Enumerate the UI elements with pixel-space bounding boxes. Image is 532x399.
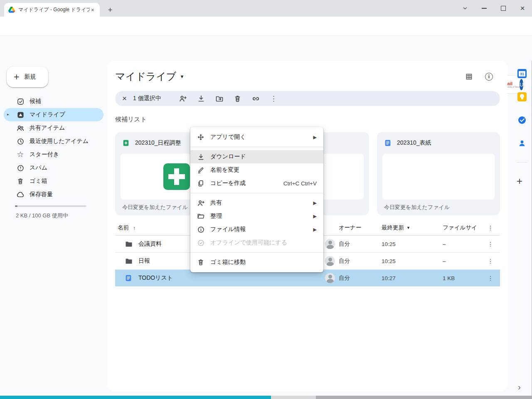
card-thumbnail	[382, 154, 495, 200]
download-icon[interactable]	[192, 94, 210, 103]
shortcut-text: Ctrl+C Ctrl+V	[283, 180, 317, 187]
rail-divider	[517, 162, 527, 163]
window-maximize-button[interactable]	[494, 0, 513, 17]
pencil-icon	[197, 166, 205, 174]
menu-item-offline: オフラインで使用可能にする	[190, 236, 323, 249]
keep-icon[interactable]	[517, 92, 527, 101]
get-link-icon[interactable]	[246, 94, 265, 103]
docs-file-icon	[125, 270, 132, 286]
sidebar-item-starred[interactable]: ☆ スター付き	[4, 148, 103, 161]
column-header-modified[interactable]: 最終更新 ▼	[382, 220, 410, 235]
progress-light-segment	[271, 396, 316, 399]
open-with-icon	[197, 133, 205, 141]
sidebar-item-trash[interactable]: ゴミ箱	[4, 175, 103, 188]
page-title[interactable]: マイドライブ ▼	[115, 70, 184, 83]
suggested-check-icon	[16, 98, 25, 106]
tab-search-button[interactable]	[456, 0, 475, 17]
tab-strip: マイドライブ - Google ドライブ × + ×	[0, 0, 532, 17]
column-header-name[interactable]: 名前 ↑	[118, 220, 136, 235]
owner-avatar	[325, 253, 335, 269]
list-grid-toggle-icon[interactable]	[465, 73, 473, 81]
organize-folder-icon	[197, 212, 205, 220]
people-icon	[16, 124, 25, 132]
sidebar-item-shared[interactable]: 共有アイテム	[4, 121, 103, 135]
menu-item-move-to-trash[interactable]: ゴミ箱に移動	[190, 256, 323, 269]
collapse-panel-chevron-icon[interactable]: ›	[518, 382, 521, 392]
browser-window: マイドライブ - Google ドライブ × + × drive.google.…	[0, 0, 532, 399]
row-more-icon[interactable]: ⋮	[486, 253, 495, 269]
sidebar: + 新規 候補 ▸ マイドライブ 共有アイテム	[0, 61, 107, 399]
clock-icon	[16, 138, 25, 145]
submenu-arrow-icon: ▶	[313, 227, 317, 232]
progress-remaining-segment	[316, 396, 532, 399]
sheets-file-icon	[122, 139, 130, 147]
share-person-add-icon[interactable]	[174, 94, 192, 103]
browser-toolbar: drive.google.com/drive/my-drive ☆ U ⋮	[0, 17, 532, 36]
trash-icon	[16, 177, 25, 185]
selection-count: 1 個選択中	[133, 95, 161, 102]
menu-item-rename[interactable]: 名前を変更	[190, 163, 323, 177]
tab-title: マイドライブ - Google ドライブ	[18, 6, 90, 13]
info-circle-icon	[197, 226, 205, 234]
storage-gauge	[15, 205, 86, 207]
browser-tab[interactable]: マイドライブ - Google ドライブ ×	[4, 3, 100, 17]
column-header-size[interactable]: ファイルサイ	[443, 220, 477, 235]
column-header-owner[interactable]: オーナー	[339, 220, 362, 235]
progress-played-segment	[0, 396, 271, 399]
selection-toolbar: × 1 個選択中 ⋮	[115, 91, 500, 106]
clear-selection-icon[interactable]: ×	[119, 94, 130, 103]
menu-item-download[interactable]: ダウンロード	[190, 150, 323, 163]
selection-more-icon[interactable]: ⋮	[265, 94, 282, 103]
sidebar-item-recent[interactable]: 最近使用したアイテム	[4, 135, 103, 148]
context-menu: アプリで開く ▶ ダウンロード 名前を変更 コピーを作成	[190, 127, 323, 272]
menu-item-open-with[interactable]: アプリで開く ▶	[190, 131, 323, 144]
storage-usage-text: 2 KB / 100 GB 使用中	[16, 212, 68, 219]
row-more-icon[interactable]: ⋮	[486, 236, 495, 252]
row-more-icon[interactable]: ⋮	[486, 270, 495, 286]
menu-item-make-copy[interactable]: コピーを作成 Ctrl+C Ctrl+V	[190, 177, 323, 190]
submenu-arrow-icon: ▶	[313, 214, 317, 219]
window-minimize-button[interactable]	[475, 0, 494, 17]
menu-item-share[interactable]: 共有 ▶	[190, 196, 323, 209]
trash-icon	[197, 259, 205, 266]
plus-icon: +	[14, 73, 19, 81]
sort-asc-icon: ↑	[133, 225, 136, 231]
move-to-folder-icon[interactable]	[210, 94, 229, 103]
folder-icon	[125, 253, 133, 269]
submenu-arrow-icon: ▶	[313, 135, 317, 140]
share-person-add-icon	[197, 199, 205, 207]
details-info-icon[interactable]: i	[485, 73, 493, 81]
tab-close-icon[interactable]: ×	[90, 7, 96, 13]
calendar-icon[interactable]: 31	[517, 69, 527, 78]
menu-item-file-info[interactable]: ファイル情報 ▶	[190, 223, 323, 236]
offline-pin-icon	[197, 239, 205, 247]
sheets-logo-large-icon	[163, 163, 190, 190]
copy-icon	[197, 180, 205, 187]
docs-file-icon	[384, 139, 392, 147]
cloud-icon	[16, 190, 25, 199]
dropdown-caret-icon: ▼	[180, 74, 184, 79]
sidebar-item-my-drive[interactable]: ▸ マイドライブ	[4, 108, 103, 121]
list-options-icon[interactable]: ⋮	[486, 220, 495, 235]
new-button[interactable]: + 新規	[7, 66, 48, 87]
bottom-progress-bar[interactable]	[0, 396, 532, 399]
expander-icon[interactable]: ▸	[7, 112, 9, 116]
download-icon	[197, 153, 205, 161]
contacts-icon[interactable]	[517, 139, 527, 148]
sidebar-item-storage[interactable]: 保存容量	[4, 188, 103, 201]
suggestions-label: 候補リスト	[115, 116, 147, 123]
trash-selection-icon[interactable]	[229, 95, 246, 103]
tasks-icon[interactable]	[517, 116, 527, 125]
window-close-button[interactable]: ×	[513, 0, 532, 17]
sidebar-item-suggested[interactable]: 候補	[4, 95, 103, 108]
menu-item-organize[interactable]: 整理 ▶	[190, 209, 323, 223]
card-caption: 今日変更を加えたファイル	[377, 200, 500, 211]
file-card-cover[interactable]: 202310_表紙 今日変更を加えたファイル	[377, 132, 500, 215]
sidebar-item-spam[interactable]: スパム	[4, 161, 103, 175]
new-tab-button[interactable]: +	[105, 5, 116, 15]
drive-favicon-icon	[8, 7, 15, 13]
table-row-selected[interactable]: TODOリスト 自分 10:27 1 KB ⋮	[115, 270, 500, 286]
owner-avatar	[325, 270, 335, 286]
get-addons-icon[interactable]: +	[517, 175, 522, 187]
drive-header: ドライブ ドライブで検索 ? ⚙ ECCS Cloud Mail Informa…	[0, 36, 532, 61]
